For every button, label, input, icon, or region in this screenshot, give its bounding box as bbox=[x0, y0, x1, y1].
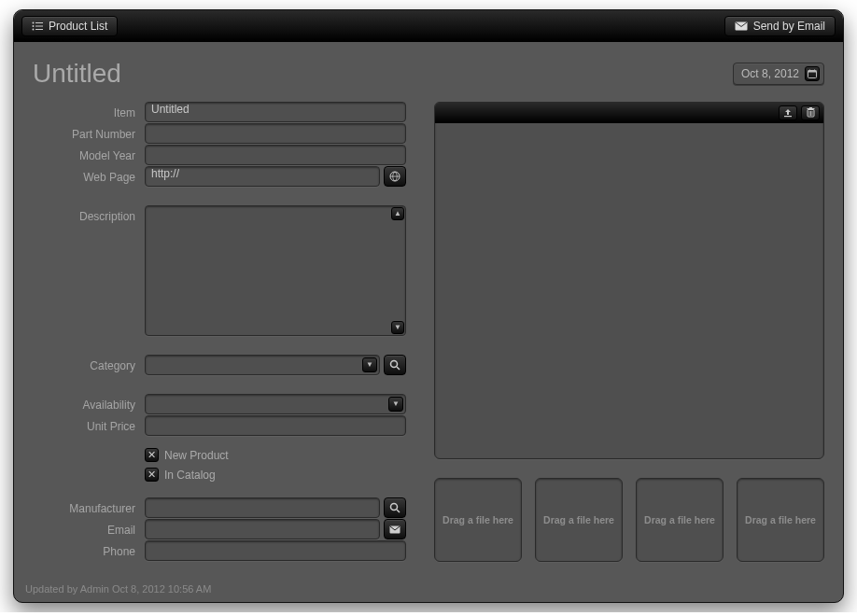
category-select[interactable]: ▼ bbox=[145, 355, 380, 375]
svg-rect-1 bbox=[35, 22, 43, 23]
drop-zone-1[interactable]: Drag a file here bbox=[434, 478, 522, 562]
label-email: Email bbox=[33, 519, 145, 537]
unit-price-input[interactable] bbox=[145, 415, 406, 436]
preview-panel bbox=[434, 102, 824, 459]
label-unit-price: Unit Price bbox=[33, 415, 145, 433]
svg-point-12 bbox=[391, 361, 398, 368]
label-category: Category bbox=[33, 355, 145, 372]
preview-toolbar bbox=[435, 103, 823, 123]
part-number-input[interactable] bbox=[145, 123, 406, 144]
window: Product List Send by Email Untitled Oct … bbox=[13, 9, 844, 603]
in-catalog-label: In Catalog bbox=[164, 469, 216, 482]
chevron-down-icon: ▼ bbox=[394, 324, 401, 331]
mail-icon bbox=[389, 525, 400, 534]
svg-point-0 bbox=[33, 21, 35, 23]
label-model-year: Model Year bbox=[33, 145, 145, 162]
svg-point-14 bbox=[391, 504, 398, 511]
send-email-label: Send by Email bbox=[753, 20, 825, 33]
label-item: Item bbox=[33, 102, 145, 119]
svg-rect-3 bbox=[35, 25, 43, 26]
dropdown-icon: ▼ bbox=[362, 357, 377, 372]
svg-line-13 bbox=[397, 367, 400, 370]
label-manufacturer: Manufacturer bbox=[33, 497, 145, 515]
manufacturer-search-button[interactable] bbox=[384, 497, 406, 518]
drop-row: Drag a file here Drag a file here Drag a… bbox=[434, 478, 824, 562]
mail-icon bbox=[735, 21, 748, 31]
description-textarea[interactable] bbox=[145, 205, 406, 336]
label-description: Description bbox=[33, 205, 145, 223]
dropdown-icon: ▼ bbox=[388, 397, 403, 412]
send-by-email-button[interactable]: Send by Email bbox=[724, 16, 836, 36]
svg-point-4 bbox=[33, 28, 35, 30]
list-icon bbox=[32, 21, 43, 31]
date-field[interactable]: Oct 8, 2012 bbox=[733, 63, 824, 85]
svg-rect-9 bbox=[809, 70, 810, 72]
svg-line-15 bbox=[397, 510, 400, 512]
svg-rect-8 bbox=[808, 71, 817, 73]
svg-rect-10 bbox=[814, 70, 815, 72]
svg-rect-20 bbox=[809, 107, 812, 108]
chevron-up-icon: ▲ bbox=[394, 210, 401, 217]
product-list-button[interactable]: Product List bbox=[21, 16, 118, 36]
svg-rect-5 bbox=[35, 29, 43, 30]
open-url-button[interactable] bbox=[384, 166, 406, 187]
item-input[interactable]: Untitled bbox=[145, 102, 406, 122]
email-button[interactable] bbox=[384, 519, 406, 539]
in-catalog-checkbox[interactable]: ✕ bbox=[145, 468, 159, 482]
drop-zone-2[interactable]: Drag a file here bbox=[535, 478, 623, 562]
label-web-page: Web Page bbox=[33, 166, 145, 184]
new-product-checkbox[interactable]: ✕ bbox=[145, 448, 159, 462]
new-product-label: New Product bbox=[164, 449, 229, 462]
toolbar: Product List Send by Email bbox=[14, 10, 843, 42]
upload-icon bbox=[783, 108, 793, 118]
drop-zone-3[interactable]: Drag a file here bbox=[636, 478, 724, 562]
manufacturer-input[interactable] bbox=[145, 497, 380, 518]
model-year-input[interactable] bbox=[145, 145, 406, 165]
form-column: Item Untitled Part Number Model Year Web… bbox=[33, 102, 406, 562]
status-bar: Updated by Admin Oct 8, 2012 10:56 AM bbox=[14, 578, 843, 602]
date-value: Oct 8, 2012 bbox=[741, 67, 799, 80]
scroll-up-button[interactable]: ▲ bbox=[391, 207, 404, 220]
calendar-icon[interactable] bbox=[805, 66, 820, 81]
trash-icon bbox=[807, 107, 815, 118]
page-header: Untitled Oct 8, 2012 bbox=[14, 42, 843, 89]
delete-button[interactable] bbox=[801, 105, 820, 120]
availability-select[interactable]: ▼ bbox=[145, 394, 406, 414]
status-text: Updated by Admin Oct 8, 2012 10:56 AM bbox=[25, 583, 211, 595]
email-input[interactable] bbox=[145, 519, 380, 539]
svg-point-2 bbox=[33, 25, 35, 27]
scroll-down-button[interactable]: ▼ bbox=[391, 321, 404, 334]
preview-column: Drag a file here Drag a file here Drag a… bbox=[434, 102, 824, 562]
page-title: Untitled bbox=[33, 59, 121, 89]
drop-zone-4[interactable]: Drag a file here bbox=[737, 478, 824, 562]
product-list-label: Product List bbox=[49, 20, 107, 33]
web-page-input[interactable]: http:// bbox=[145, 166, 380, 187]
search-icon bbox=[389, 359, 400, 371]
search-icon bbox=[389, 502, 400, 513]
globe-icon bbox=[389, 171, 400, 182]
phone-input[interactable] bbox=[145, 540, 406, 561]
label-availability: Availability bbox=[33, 394, 145, 412]
label-part-number: Part Number bbox=[33, 123, 145, 141]
content: Item Untitled Part Number Model Year Web… bbox=[14, 89, 843, 571]
upload-button[interactable] bbox=[779, 105, 797, 120]
svg-rect-17 bbox=[784, 116, 792, 117]
category-search-button[interactable] bbox=[384, 355, 406, 375]
label-phone: Phone bbox=[33, 540, 145, 558]
